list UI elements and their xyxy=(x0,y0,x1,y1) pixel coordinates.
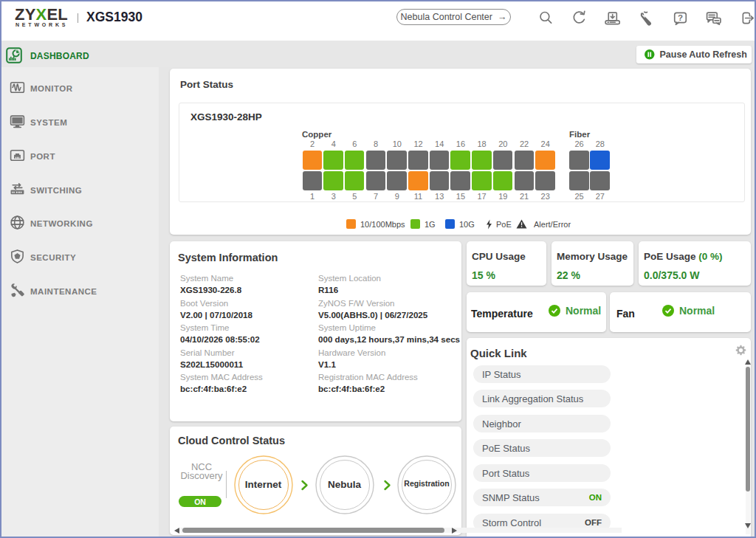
svg-text:?: ? xyxy=(678,13,683,22)
